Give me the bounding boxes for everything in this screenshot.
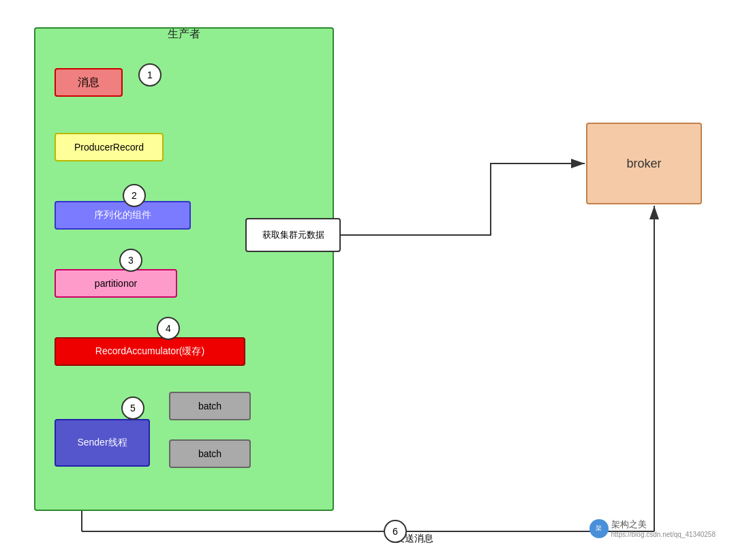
circle-1: 1 xyxy=(138,63,162,87)
serialize-box: 序列化的组件 xyxy=(55,201,191,230)
circle-5: 5 xyxy=(121,396,144,420)
circle-3: 3 xyxy=(119,249,142,272)
broker-box: broker xyxy=(586,123,702,204)
accumulator-label: RecordAccumulator(缓存) xyxy=(95,345,204,358)
sender-label: Sender线程 xyxy=(77,437,127,449)
producer-label: 生产者 xyxy=(168,27,200,42)
message-label: 消息 xyxy=(78,76,99,90)
watermark-text1: 架构之美 xyxy=(611,518,716,531)
circle-6: 6 xyxy=(384,520,407,543)
watermark: 架 架构之美 https://blog.csdn.net/qq_41340258 xyxy=(589,518,716,538)
watermark-logo: 架 xyxy=(589,519,609,538)
circle-4: 4 xyxy=(157,317,180,340)
producer-record-box: ProducerRecord xyxy=(55,133,164,161)
batch-box-1: batch xyxy=(169,392,251,420)
broker-label: broker xyxy=(626,157,661,171)
partitionor-box: partitionor xyxy=(55,269,177,298)
metadata-label: 获取集群元数据 xyxy=(262,229,324,241)
batch2-label: batch xyxy=(198,448,221,459)
metadata-box: 获取集群元数据 xyxy=(245,218,341,252)
batch1-label: batch xyxy=(198,401,221,411)
producer-record-label: ProducerRecord xyxy=(74,142,144,153)
partitionor-label: partitionor xyxy=(95,278,137,289)
watermark-text2: https://blog.csdn.net/qq_41340258 xyxy=(611,531,716,538)
diagram-container: 封装 xyxy=(14,14,722,545)
batch-box-2: batch xyxy=(169,439,251,468)
serialize-label: 序列化的组件 xyxy=(94,209,151,221)
message-box: 消息 xyxy=(55,68,123,97)
circle-2: 2 xyxy=(123,184,146,207)
accumulator-box: RecordAccumulator(缓存) xyxy=(55,337,245,366)
sender-box: Sender线程 xyxy=(55,419,150,467)
